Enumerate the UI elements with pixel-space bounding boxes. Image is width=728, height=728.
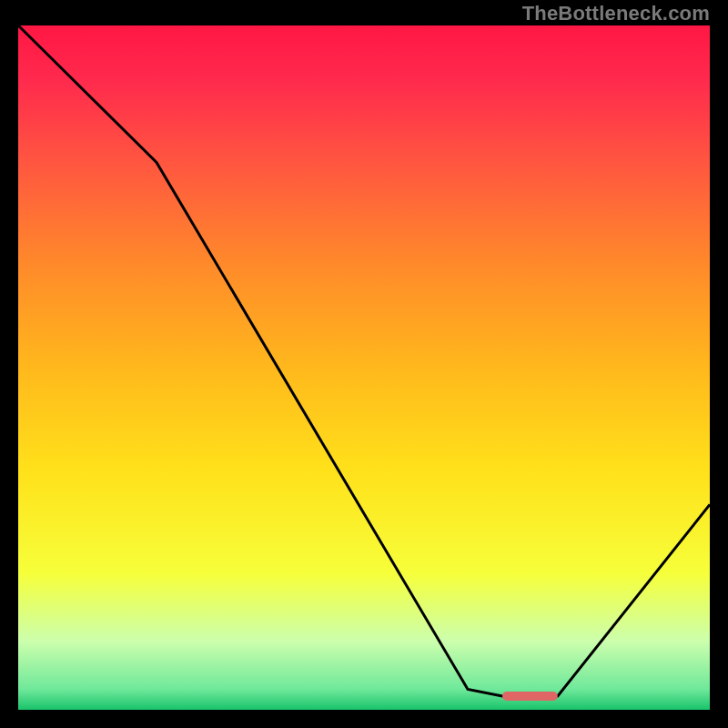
target-marker: [502, 692, 558, 701]
chart-frame: TheBottleneck.com: [0, 0, 728, 728]
watermark-text: TheBottleneck.com: [522, 2, 710, 25]
bottleneck-chart: [18, 25, 710, 710]
